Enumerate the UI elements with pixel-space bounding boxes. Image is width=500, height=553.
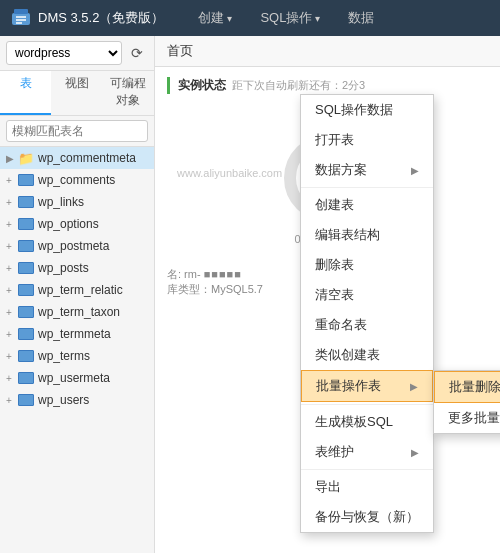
db-selector-row: wordpress ⟳ (0, 36, 154, 71)
table-icon (18, 350, 34, 362)
menu-item-create-table[interactable]: 创建表 (301, 190, 433, 220)
tree-item-wp-terms[interactable]: + wp_terms (0, 345, 154, 367)
tree-item-wp-postmeta[interactable]: + wp_postmeta (0, 235, 154, 257)
nav-create[interactable]: 创建 ▾ (184, 0, 246, 36)
maintenance-arrow: ▶ (411, 447, 419, 458)
tab-table[interactable]: 表 (0, 71, 51, 115)
expand-icon: + (6, 197, 18, 208)
tree-item-wp-usermeta[interactable]: + wp_usermeta (0, 367, 154, 389)
db-select[interactable]: wordpress (6, 41, 122, 65)
menu-item-export[interactable]: 导出 (301, 472, 433, 502)
tree-item-wp-users[interactable]: + wp_users (0, 389, 154, 411)
menu-item-gen-sql[interactable]: 生成模板SQL (301, 407, 433, 437)
context-menu-overlay: SQL操作数据 打开表 数据方案 ▶ 创建表 编辑表结构 删除表 (300, 94, 434, 533)
menu-item-batch[interactable]: 批量操作表 ▶ (301, 370, 433, 402)
menu-item-rename[interactable]: 重命名表 (301, 310, 433, 340)
nav-create-arrow: ▾ (227, 13, 232, 24)
expand-icon: + (6, 219, 18, 230)
table-icon (18, 328, 34, 340)
menu-item-similar-create[interactable]: 类似创建表 (301, 340, 433, 370)
submenu-item-more-batch[interactable]: 更多批量操作... (434, 403, 500, 433)
expand-icon: + (6, 373, 18, 384)
folder-icon: 📁 (18, 151, 34, 166)
nav-data[interactable]: 数据 (334, 0, 388, 36)
nav-sql[interactable]: SQL操作 ▾ (246, 0, 334, 36)
topbar: DMS 3.5.2（免费版） 创建 ▾ SQL操作 ▾ 数据 (0, 0, 500, 36)
tree-item-wp-comments[interactable]: + wp_comments (0, 169, 154, 191)
expand-icon: + (6, 329, 18, 340)
tree-item-wp-commentmeta[interactable]: ▶ 📁 wp_commentmeta (0, 147, 154, 169)
submenu-item-batch-delete[interactable]: 批量删除表 (434, 371, 500, 403)
menu-item-maintenance[interactable]: 表维护 ▶ (301, 437, 433, 467)
tree-item-wp-options[interactable]: + wp_options (0, 213, 154, 235)
table-icon (18, 174, 34, 186)
table-icon (18, 284, 34, 296)
nav-sql-arrow: ▾ (315, 13, 320, 24)
expand-icon: + (6, 285, 18, 296)
menu-item-data-plan[interactable]: 数据方案 ▶ (301, 155, 433, 185)
status-label: 实例状态 (178, 77, 226, 94)
menu-item-truncate[interactable]: 清空表 (301, 280, 433, 310)
table-icon (18, 240, 34, 252)
status-refresh-text: 距下次自动刷新还有：2分3 (232, 78, 365, 93)
search-input[interactable] (6, 120, 148, 142)
sidebar-tabs: 表 视图 可编程对象 (0, 71, 154, 116)
table-icon (18, 196, 34, 208)
expand-icon: + (6, 263, 18, 274)
refresh-button[interactable]: ⟳ (126, 42, 148, 64)
logo-text: DMS 3.5.2（免费版） (38, 9, 164, 27)
table-icon (18, 394, 34, 406)
table-icon (18, 218, 34, 230)
tree-item-wp-posts[interactable]: + wp_posts (0, 257, 154, 279)
logo: DMS 3.5.2（免费版） (10, 7, 164, 29)
breadcrumb: 首页 (155, 36, 500, 67)
expand-icon: + (6, 175, 18, 186)
breadcrumb-label: 首页 (167, 42, 193, 60)
expand-icon: + (6, 307, 18, 318)
menu-divider-2 (301, 404, 433, 405)
menu-divider-3 (301, 469, 433, 470)
status-section: 实例状态 距下次自动刷新还有：2分3 (167, 77, 488, 94)
table-icon (18, 306, 34, 318)
svg-rect-1 (14, 9, 28, 14)
context-menu: SQL操作数据 打开表 数据方案 ▶ 创建表 编辑表结构 删除表 (300, 94, 434, 533)
tab-programmable[interactable]: 可编程对象 (103, 71, 154, 115)
expand-icon: + (6, 241, 18, 252)
menu-divider-1 (301, 187, 433, 188)
table-icon (18, 372, 34, 384)
submenu-arrow: ▶ (411, 165, 419, 176)
menu-item-batch-wrapper: 批量操作表 ▶ 批量删除表 更多批量操作... (301, 370, 433, 402)
logo-icon (10, 7, 32, 29)
table-tree: ▶ 📁 wp_commentmeta + wp_comments + wp_li… (0, 147, 154, 553)
table-icon (18, 262, 34, 274)
menu-item-delete-table[interactable]: 删除表 (301, 250, 433, 280)
tab-view[interactable]: 视图 (51, 71, 102, 115)
content-area: 首页 实例状态 距下次自动刷新还有：2分3 IOPS 0% 0/4500(次/秒… (155, 36, 500, 553)
tree-item-wp-term-taxon[interactable]: + wp_term_taxon (0, 301, 154, 323)
batch-submenu-arrow: ▶ (410, 381, 418, 392)
tree-item-wp-term-relatic[interactable]: + wp_term_relatic (0, 279, 154, 301)
search-box (0, 116, 154, 147)
menu-item-edit-structure[interactable]: 编辑表结构 (301, 220, 433, 250)
menu-item-open-table[interactable]: 打开表 (301, 125, 433, 155)
tree-item-wp-termmeta[interactable]: + wp_termmeta (0, 323, 154, 345)
batch-submenu: 批量删除表 更多批量操作... (433, 370, 500, 434)
sidebar: wordpress ⟳ 表 视图 可编程对象 ▶ 📁 wp_commentmet… (0, 36, 155, 553)
tree-item-wp-links[interactable]: + wp_links (0, 191, 154, 213)
menu-item-sql-data[interactable]: SQL操作数据 (301, 95, 433, 125)
expand-icon: + (6, 351, 18, 362)
menu-item-backup[interactable]: 备份与恢复（新） (301, 502, 433, 532)
expand-icon: ▶ (6, 153, 18, 164)
expand-icon: + (6, 395, 18, 406)
